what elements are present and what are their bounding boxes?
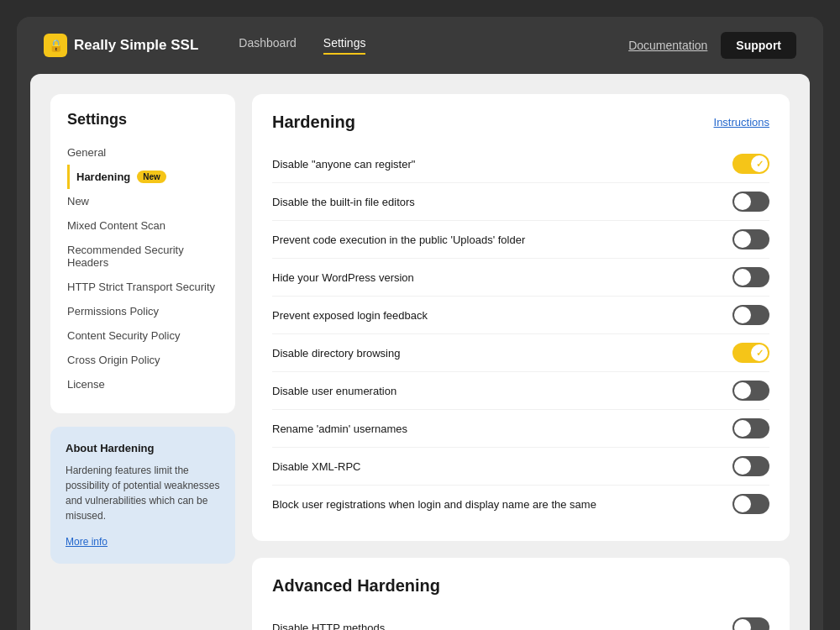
sidebar-item-permissions-policy[interactable]: Permissions Policy: [67, 299, 218, 323]
sidebar: Settings General Hardening New New Mixed…: [50, 94, 235, 630]
hardening-label-0: Disable "anyone can register": [272, 158, 415, 171]
advanced-hardening-title: Advanced Hardening: [272, 576, 440, 596]
settings-nav-card: Settings General Hardening New New Mixed…: [50, 94, 235, 413]
hardening-toggle-9[interactable]: [732, 494, 769, 514]
hardening-row-7: Rename 'admin' usernames: [272, 410, 769, 448]
hardening-toggle-6[interactable]: [732, 381, 769, 401]
header-right: Documentation Support: [628, 32, 796, 59]
advanced-hardening-header: Advanced Hardening: [272, 576, 769, 596]
hardening-label-7: Rename 'admin' usernames: [272, 423, 407, 435]
hardening-card-header: Hardening Instructions: [272, 113, 769, 132]
hardening-label-3: Hide your WordPress version: [272, 271, 414, 284]
tab-dashboard[interactable]: Dashboard: [239, 36, 297, 55]
hardening-toggle-0[interactable]: [732, 154, 769, 174]
hardening-row-9: Block user registrations when login and …: [272, 486, 769, 522]
hardening-toggle-8[interactable]: [732, 456, 769, 476]
hardening-label-6: Disable user enumeration: [272, 385, 396, 397]
new-badge: New: [137, 171, 166, 183]
hardening-row-4: Prevent exposed login feedback: [272, 297, 769, 334]
nav-tabs: Dashboard Settings: [239, 36, 628, 55]
hardening-label-8: Disable XML-RPC: [272, 460, 360, 473]
hardening-label-4: Prevent exposed login feedback: [272, 309, 428, 322]
about-title: About Hardening: [66, 442, 220, 454]
hardening-toggle-7[interactable]: [732, 418, 769, 438]
hardening-toggle-1[interactable]: [732, 192, 769, 212]
sidebar-item-license[interactable]: License: [67, 372, 218, 396]
sidebar-item-hsts[interactable]: HTTP Strict Transport Security: [67, 275, 218, 299]
logo-area: 🔒 Really Simple SSL: [44, 34, 198, 57]
sidebar-item-csp[interactable]: Content Security Policy: [67, 323, 218, 348]
logo-icon: 🔒: [44, 34, 67, 57]
hardening-label-2: Prevent code execution in the public 'Up…: [272, 234, 525, 246]
hardening-label-1: Disable the built-in file editors: [272, 196, 415, 208]
hardening-row-6: Disable user enumeration: [272, 372, 769, 410]
hardening-toggle-4[interactable]: [732, 305, 769, 325]
adv-label-0: Disable HTTP methods: [272, 622, 385, 631]
hardening-card: Hardening Instructions Disable "anyone c…: [252, 94, 790, 541]
sidebar-item-mixed-content[interactable]: Mixed Content Scan: [67, 213, 218, 238]
tab-settings[interactable]: Settings: [323, 36, 366, 55]
logo-text: Really Simple SSL: [74, 37, 198, 54]
sidebar-item-security-headers[interactable]: Recommended Security Headers: [67, 238, 218, 275]
hardening-row-3: Hide your WordPress version: [272, 259, 769, 297]
hardening-label-9: Block user registrations when login and …: [272, 498, 596, 511]
sidebar-item-new[interactable]: New: [67, 189, 218, 213]
more-info-link[interactable]: More info: [66, 536, 108, 548]
about-card: About Hardening Hardening features limit…: [50, 427, 235, 564]
right-content: Hardening Instructions Disable "anyone c…: [252, 94, 790, 630]
hardening-row-2: Prevent code execution in the public 'Up…: [272, 221, 769, 259]
hardening-row-0: Disable "anyone can register": [272, 145, 769, 183]
header: 🔒 Really Simple SSL Dashboard Settings D…: [17, 17, 823, 74]
hardening-row-8: Disable XML-RPC: [272, 448, 769, 486]
main-content: Settings General Hardening New New Mixed…: [30, 74, 810, 630]
hardening-toggle-2[interactable]: [732, 229, 769, 249]
advanced-hardening-card: Advanced Hardening Disable HTTP methods …: [252, 558, 790, 630]
hardening-label-5: Disable directory browsing: [272, 347, 400, 360]
sidebar-item-cross-origin[interactable]: Cross Origin Policy: [67, 348, 218, 372]
adv-toggle-0[interactable]: [732, 617, 769, 630]
support-button[interactable]: Support: [721, 32, 796, 59]
adv-row-0: Disable HTTP methods: [272, 609, 769, 630]
sidebar-item-hardening[interactable]: Hardening New: [67, 165, 218, 189]
hardening-row-1: Disable the built-in file editors: [272, 183, 769, 221]
hardening-row-5: Disable directory browsing: [272, 334, 769, 372]
settings-nav-title: Settings: [67, 111, 218, 129]
hardening-toggle-5[interactable]: [732, 343, 769, 363]
sidebar-item-general[interactable]: General: [67, 140, 218, 165]
hardening-title: Hardening: [272, 113, 355, 132]
hardening-toggle-3[interactable]: [732, 267, 769, 287]
about-text: Hardening features limit the possibility…: [66, 463, 220, 523]
documentation-link[interactable]: Documentation: [628, 39, 707, 52]
instructions-link[interactable]: Instructions: [714, 116, 769, 129]
